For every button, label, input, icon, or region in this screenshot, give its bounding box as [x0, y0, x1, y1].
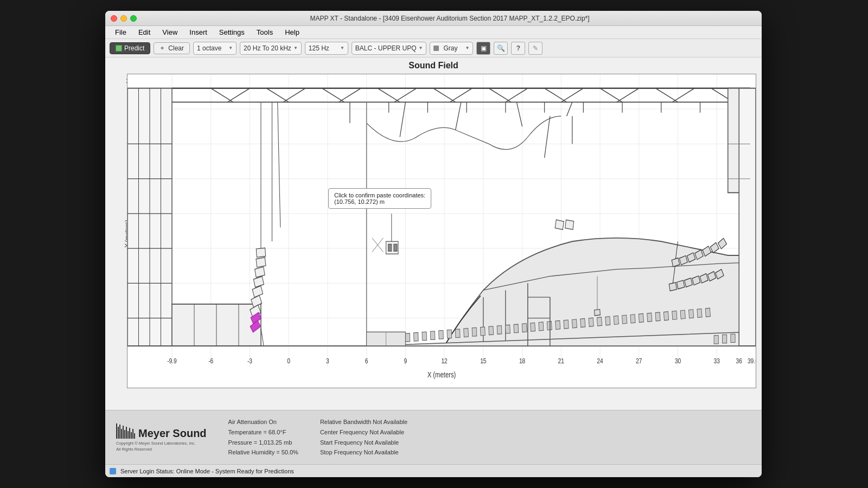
logo-copyright: Copyright © Meyer Sound Laboratories, In…	[116, 441, 195, 452]
svg-rect-91	[394, 244, 397, 251]
chevron-down-icon: ▼	[228, 46, 233, 50]
svg-rect-147	[677, 280, 685, 289]
clear-icon: ✦	[159, 44, 165, 52]
svg-rect-161	[555, 220, 564, 229]
toolbar: Predict ✦ Clear 1 octave ▼ 20 Hz To 20 k…	[105, 39, 762, 57]
svg-rect-115	[556, 320, 560, 329]
stage-apron	[367, 332, 406, 346]
svg-rect-118	[580, 318, 585, 327]
info-temperature: Temperature = 68.0°F	[228, 427, 298, 438]
svg-rect-108	[497, 325, 502, 334]
color-swatch	[433, 46, 439, 51]
svg-rect-102	[447, 330, 452, 338]
svg-text:6: 6	[365, 357, 368, 364]
menu-edit[interactable]: Edit	[133, 27, 156, 37]
predict-icon	[116, 45, 122, 52]
svg-rect-126	[647, 313, 652, 322]
chevron-down-icon: ▼	[340, 46, 344, 50]
info-pressure: Pressure = 1,013.25 mb	[228, 438, 298, 448]
close-button[interactable]	[111, 15, 117, 22]
svg-rect-103	[455, 329, 460, 338]
menu-insert[interactable]: Insert	[184, 27, 213, 37]
svg-rect-167	[594, 310, 600, 316]
svg-text:-3: -3	[247, 357, 252, 364]
svg-rect-99	[422, 332, 427, 341]
freq-range-dropdown[interactable]: 20 Hz To 20 kHz ▼	[240, 42, 302, 55]
help-tool-button[interactable]: ?	[511, 42, 525, 55]
svg-rect-79	[256, 248, 265, 257]
menu-tools[interactable]: Tools	[251, 27, 278, 37]
chevron-down-icon: ▼	[465, 46, 470, 50]
stage-area	[172, 304, 261, 346]
info-stop-freq: Stop Frequency Not Available	[320, 447, 407, 458]
svg-rect-133	[705, 308, 710, 317]
svg-text:30: 30	[675, 357, 681, 364]
svg-text:39.6: 39.6	[748, 357, 756, 364]
menu-view[interactable]: View	[157, 27, 183, 37]
edit-tool-button[interactable]: ✎	[528, 42, 542, 55]
svg-rect-132	[697, 309, 702, 317]
main-content: Sound Field Y (meters) 21.3 18 15 12 9 6…	[105, 57, 762, 464]
svg-rect-111	[522, 323, 527, 332]
svg-text:12: 12	[441, 357, 447, 364]
svg-rect-136	[731, 334, 735, 342]
svg-rect-122	[614, 316, 618, 324]
svg-rect-105	[472, 328, 477, 336]
svg-text:X (meters): X (meters)	[427, 370, 456, 379]
menu-help[interactable]: Help	[279, 27, 305, 37]
svg-rect-123	[622, 315, 627, 324]
info-center-freq: Center Frequency Not Available	[320, 427, 407, 438]
venue-diagram-svg: -9.9 -6 -3 0 3 6 9 12 15 18 21 24 27 30 …	[127, 74, 756, 388]
svg-rect-106	[480, 327, 485, 336]
menu-file[interactable]: File	[110, 27, 132, 37]
svg-rect-80	[256, 258, 266, 267]
svg-text:21: 21	[558, 357, 564, 364]
octave-dropdown[interactable]: 1 octave ▼	[193, 42, 237, 55]
svg-rect-100	[430, 331, 435, 340]
menu-bar: File Edit View Insert Settings Tools Hel…	[105, 26, 762, 39]
info-col1: Air Attenuation On Temperature = 68.0°F …	[228, 417, 298, 458]
zone-dropdown[interactable]: BALC - UPPER UPQ ▼	[352, 42, 427, 55]
chevron-down-icon: ▼	[293, 46, 298, 50]
clear-button[interactable]: ✦ Clear	[154, 42, 190, 54]
maximize-button[interactable]	[130, 15, 137, 22]
left-wall	[127, 88, 172, 346]
svg-rect-134	[714, 336, 718, 344]
svg-rect-112	[531, 323, 535, 331]
svg-rect-128	[663, 312, 668, 320]
svg-rect-98	[414, 332, 419, 341]
svg-rect-119	[589, 318, 593, 326]
svg-rect-117	[572, 319, 577, 328]
footer-bar: Meyer Sound Copyright © Meyer Sound Labo…	[105, 410, 762, 464]
svg-rect-135	[723, 335, 727, 343]
freq-dropdown[interactable]: 125 Hz ▼	[305, 42, 348, 55]
status-text: Server Login Status: Online Mode - Syste…	[120, 468, 294, 474]
status-bar: Server Login Status: Online Mode - Syste…	[105, 464, 762, 477]
minimize-button[interactable]	[120, 15, 127, 22]
info-start-freq: Start Frequency Not Available	[320, 438, 407, 448]
svg-rect-101	[439, 331, 444, 339]
sound-field-title: Sound Field	[105, 57, 762, 72]
svg-rect-107	[489, 326, 494, 335]
menu-settings[interactable]: Settings	[214, 27, 250, 37]
color-dropdown[interactable]: Gray ▼	[430, 42, 473, 55]
svg-rect-124	[630, 314, 635, 323]
svg-text:-6: -6	[208, 357, 213, 364]
svg-rect-125	[639, 313, 643, 322]
svg-rect-154	[739, 88, 756, 346]
info-air-atten: Air Attenuation On	[228, 417, 298, 427]
svg-rect-146	[669, 282, 676, 291]
svg-rect-121	[605, 317, 610, 325]
svg-rect-127	[655, 312, 660, 321]
svg-rect-131	[689, 310, 694, 318]
svg-text:9: 9	[404, 357, 407, 364]
canvas-area[interactable]: Sound Field Y (meters) 21.3 18 15 12 9 6…	[105, 57, 762, 410]
svg-rect-162	[565, 220, 574, 230]
svg-text:33: 33	[714, 357, 720, 364]
zoom-tool-button[interactable]: 🔍	[494, 42, 508, 55]
chevron-down-icon: ▼	[419, 46, 423, 50]
pointer-tool-button[interactable]: ▣	[476, 42, 490, 55]
predict-button[interactable]: Predict	[110, 42, 150, 54]
svg-text:-9.9: -9.9	[167, 357, 177, 364]
svg-rect-155	[728, 88, 739, 193]
